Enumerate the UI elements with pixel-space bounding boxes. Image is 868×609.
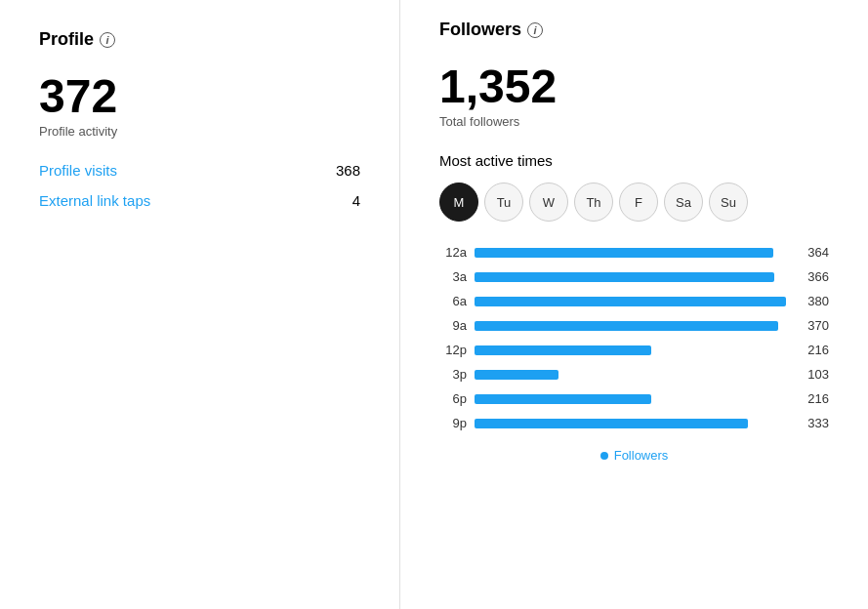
bar-track bbox=[475, 370, 786, 380]
bar-fill bbox=[475, 345, 651, 355]
bar-track bbox=[475, 272, 786, 282]
bar-fill bbox=[475, 321, 778, 331]
bar-fill bbox=[475, 272, 774, 282]
bar-value-label: 216 bbox=[794, 343, 829, 357]
followers-panel: Followers i 1,352 Total followers Most a… bbox=[400, 0, 868, 609]
bar-value-label: 370 bbox=[794, 318, 829, 333]
bar-time-label: 12a bbox=[439, 245, 467, 260]
bar-row-6p: 6p216 bbox=[439, 391, 829, 406]
bar-value-label: 333 bbox=[794, 416, 829, 430]
legend-label: Followers bbox=[614, 448, 669, 463]
profile-big-number: 372 bbox=[39, 73, 360, 120]
bar-track bbox=[475, 297, 786, 306]
followers-sub-label: Total followers bbox=[439, 114, 829, 129]
most-active-title: Most active times bbox=[439, 152, 829, 169]
bar-time-label: 3a bbox=[439, 269, 467, 284]
followers-info-icon[interactable]: i bbox=[527, 22, 543, 38]
bar-fill bbox=[475, 394, 651, 404]
legend-dot bbox=[600, 452, 608, 460]
bar-fill bbox=[475, 297, 786, 306]
followers-title-text: Followers bbox=[439, 20, 521, 40]
external-link-taps-row: External link taps 4 bbox=[39, 192, 360, 209]
external-link-taps-value: 4 bbox=[352, 192, 360, 209]
bar-value-label: 380 bbox=[794, 294, 829, 308]
day-button-w[interactable]: W bbox=[529, 183, 568, 222]
bar-time-label: 9p bbox=[439, 416, 467, 430]
bar-value-label: 364 bbox=[794, 245, 829, 260]
bar-row-12p: 12p216 bbox=[439, 343, 829, 357]
bar-fill bbox=[475, 248, 773, 258]
day-button-sa[interactable]: Sa bbox=[664, 183, 703, 222]
day-button-tu[interactable]: Tu bbox=[484, 183, 523, 222]
profile-panel: Profile i 372 Profile activity Profile v… bbox=[0, 0, 400, 609]
legend: Followers bbox=[439, 448, 829, 463]
bar-time-label: 6p bbox=[439, 391, 467, 406]
bar-track bbox=[475, 321, 786, 331]
followers-big-number: 1,352 bbox=[439, 63, 829, 110]
day-button-f[interactable]: F bbox=[619, 183, 658, 222]
bar-row-9a: 9a370 bbox=[439, 318, 829, 333]
bar-row-3a: 3a366 bbox=[439, 269, 829, 284]
profile-title-text: Profile bbox=[39, 29, 94, 50]
bar-track bbox=[475, 394, 786, 404]
profile-sub-label: Profile activity bbox=[39, 124, 360, 139]
profile-info-icon[interactable]: i bbox=[100, 32, 115, 48]
profile-visits-value: 368 bbox=[336, 162, 360, 179]
bar-value-label: 103 bbox=[794, 367, 829, 382]
profile-visits-label[interactable]: Profile visits bbox=[39, 162, 117, 179]
main-container: Profile i 372 Profile activity Profile v… bbox=[0, 0, 868, 609]
bar-track bbox=[475, 345, 786, 355]
bar-fill bbox=[475, 370, 558, 380]
bars-container: 12a3643a3666a3809a37012p2163p1036p2169p3… bbox=[439, 245, 829, 430]
bar-row-6a: 6a380 bbox=[439, 294, 829, 308]
followers-section-title: Followers i bbox=[439, 20, 829, 40]
bar-track bbox=[475, 419, 786, 428]
day-button-m[interactable]: M bbox=[439, 183, 478, 222]
profile-visits-row: Profile visits 368 bbox=[39, 162, 360, 179]
bar-fill bbox=[475, 419, 748, 428]
bar-track bbox=[475, 248, 786, 258]
bar-value-label: 366 bbox=[794, 269, 829, 284]
bar-time-label: 9a bbox=[439, 318, 467, 333]
bar-row-9p: 9p333 bbox=[439, 416, 829, 430]
bar-value-label: 216 bbox=[794, 391, 829, 406]
external-link-taps-label[interactable]: External link taps bbox=[39, 192, 150, 209]
bar-time-label: 6a bbox=[439, 294, 467, 308]
profile-section-title: Profile i bbox=[39, 29, 360, 50]
day-buttons-row: MTuWThFSaSu bbox=[439, 183, 829, 222]
bar-row-12a: 12a364 bbox=[439, 245, 829, 260]
day-button-th[interactable]: Th bbox=[574, 183, 613, 222]
day-button-su[interactable]: Su bbox=[709, 183, 748, 222]
bar-row-3p: 3p103 bbox=[439, 367, 829, 382]
bar-time-label: 3p bbox=[439, 367, 467, 382]
bar-time-label: 12p bbox=[439, 343, 467, 357]
